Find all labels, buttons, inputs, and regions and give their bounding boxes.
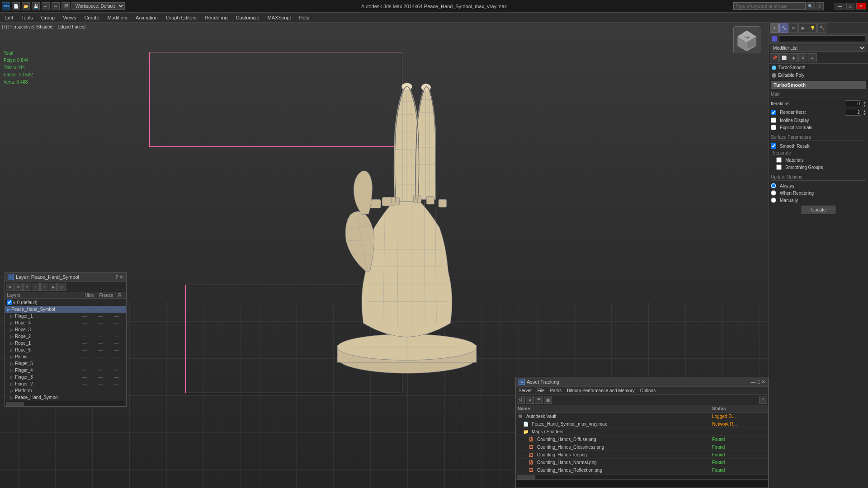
asset-thumb-icon[interactable]: ▦ — [544, 396, 552, 404]
asset-refresh-icon[interactable]: ↺ — [517, 396, 525, 404]
ts-explicit-checkbox[interactable] — [771, 125, 776, 130]
create-panel-icon[interactable]: ✦ — [770, 23, 779, 33]
layer-item-finger5[interactable]: ▷ Finger_5 — — — — [5, 360, 126, 367]
layer-item-finger4[interactable]: ▷ Finger_4 — — — — [5, 367, 126, 374]
menu-create[interactable]: Create — [80, 14, 103, 21]
layers-close-btn[interactable]: ✕ — [119, 274, 123, 280]
save-btn[interactable]: 💾 — [32, 2, 40, 10]
modifier-bulb-editable-poly[interactable] — [772, 73, 776, 78]
layers-scroll-area[interactable]: ≡ 0 (default) — — — ▶ Peace_Hand_Symbol … — [5, 299, 126, 401]
ts-when-rendering-radio[interactable] — [771, 190, 776, 196]
menu-edit[interactable]: Edit — [1, 14, 17, 21]
layers-delete-icon[interactable]: ✕ — [14, 283, 23, 291]
layer-item-rope5[interactable]: ▷ Rope_5 — — — — [5, 347, 126, 353]
ts-manually-radio[interactable] — [771, 197, 776, 203]
layers-scrollbar-thumb[interactable] — [6, 402, 24, 406]
asset-list-icon[interactable]: ≡ — [526, 396, 534, 404]
ts-materials-checkbox[interactable] — [776, 157, 782, 163]
layer-item-peace[interactable]: ▶ Peace_Hand_Symbol — — — — [5, 306, 126, 313]
minimize-btn[interactable]: — — [835, 3, 845, 9]
maximize-btn[interactable]: □ — [846, 3, 855, 9]
asset-menu-file[interactable]: File — [536, 388, 545, 394]
layers-stack-icon[interactable]: ≡ — [6, 283, 14, 291]
search-input[interactable] — [733, 2, 806, 10]
redo-btn[interactable]: ↪ — [52, 2, 60, 10]
asset-menu-server[interactable]: Server — [518, 388, 533, 394]
display-panel-icon[interactable]: 💡 — [808, 23, 817, 33]
menu-graph-editors[interactable]: Graph Editors — [162, 14, 200, 21]
asset-scrollbar-thumb[interactable] — [517, 475, 535, 479]
layer-item-palms[interactable]: ▷ Palms — — — — [5, 353, 126, 360]
ts-render-iters-checkbox[interactable] — [771, 110, 776, 115]
asset-item-reflection[interactable]: 🖼 Counting_Hands_Reflection.png Found — [516, 466, 768, 474]
ts-render-iters-input[interactable] — [845, 109, 861, 116]
object-name-input[interactable]: Palms — [779, 35, 865, 42]
menu-tools[interactable]: Tools — [18, 14, 37, 21]
configure-modifiers-icon[interactable]: ≡ — [808, 53, 817, 62]
layers-scrollbar-h[interactable] — [5, 401, 126, 406]
render-setup-btn[interactable]: 🎬 — [61, 2, 70, 10]
asset-menu-paths[interactable]: Paths — [549, 388, 563, 394]
ts-always-radio[interactable] — [771, 183, 776, 188]
asset-item-normal[interactable]: 🖼 Counting_Hands_Normal.png Found — [516, 459, 768, 466]
asset-scrollbar-h[interactable] — [516, 474, 768, 479]
make-unique-icon[interactable]: ◈ — [789, 53, 798, 62]
ts-iterations-input[interactable] — [845, 100, 861, 107]
menu-group[interactable]: Group — [38, 14, 59, 21]
layer-item-rope1[interactable]: ▷ Rope_1 — — — — [5, 340, 126, 347]
layers-move-up-icon[interactable]: ↑ — [40, 283, 48, 291]
pin-stack-icon[interactable]: 📌 — [770, 53, 779, 62]
layer-item-rope2[interactable]: ▷ Rope_2 — — — — [5, 333, 126, 340]
search-btn[interactable]: 🔍 — [807, 2, 815, 10]
undo-btn[interactable]: ↩ — [42, 2, 50, 10]
new-btn[interactable]: 📄 — [12, 2, 20, 10]
utility-panel-icon[interactable]: 🔨 — [817, 23, 826, 33]
modifier-list-dropdown[interactable]: Modifier List — [771, 45, 866, 52]
layers-highlight-icon[interactable]: ◇ — [57, 283, 66, 291]
layers-add-icon[interactable]: + — [23, 283, 31, 291]
remove-modifier-icon[interactable]: ✕ — [798, 53, 807, 62]
asset-item-max[interactable]: 📄 Peace_Hand_Symbol_max_vray.max Network… — [516, 420, 768, 428]
nav-cube[interactable]: TOP — [733, 26, 765, 58]
modifier-turbosmooth[interactable]: TurboSmooth — [769, 64, 868, 71]
ts-update-btn[interactable]: Update — [802, 206, 835, 214]
layer-item-0[interactable]: ≡ 0 (default) — — — — [5, 299, 126, 306]
menu-views[interactable]: Views — [59, 14, 80, 21]
layer-item-rope4[interactable]: ▷ Rope_4 — — — — [5, 319, 126, 326]
ts-render-iters-up[interactable]: ▲ — [863, 109, 866, 113]
asset-close-btn[interactable]: ✕ — [761, 379, 765, 385]
modify-panel-icon[interactable]: 🔧 — [779, 23, 788, 33]
layer-item-rope3[interactable]: ▷ Rope_3 — — — — [5, 326, 126, 333]
ts-render-iters-down[interactable]: ▼ — [863, 113, 866, 116]
layers-move-down-icon[interactable]: ↓ — [32, 283, 40, 291]
ts-render-iters-spinner[interactable]: ▲ ▼ — [863, 109, 866, 116]
layers-help-btn[interactable]: ? — [115, 274, 118, 280]
asset-help-icon[interactable]: ? — [759, 396, 767, 404]
open-btn[interactable]: 📂 — [22, 2, 30, 10]
motion-panel-icon[interactable]: ▶ — [798, 23, 807, 33]
help-icon[interactable]: ? — [816, 2, 824, 10]
asset-detail-icon[interactable]: ☰ — [535, 396, 543, 404]
close-btn[interactable]: ✕ — [856, 3, 866, 9]
menu-maxscript[interactable]: MAXScript — [264, 14, 295, 21]
hierarchy-panel-icon[interactable]: ⊕ — [789, 23, 798, 33]
modifier-bulb-turbosmooth[interactable] — [772, 66, 776, 70]
ts-smooth-result-checkbox[interactable] — [771, 143, 776, 149]
menu-help[interactable]: Help — [296, 14, 313, 21]
modifier-editable-poly[interactable]: Editable Poly — [769, 71, 868, 79]
ts-isoline-checkbox[interactable] — [771, 117, 776, 123]
layer-item-finger2[interactable]: ▷ Finger_2 — — — — [5, 380, 126, 387]
layer-item-finger1[interactable]: ▷ Finger_1 — — — — [5, 313, 126, 319]
menu-modifiers[interactable]: Modifiers — [104, 14, 131, 21]
menu-animation[interactable]: Animation — [132, 14, 161, 21]
layer-0-checkbox[interactable] — [7, 300, 12, 305]
layer-item-finger3[interactable]: ▷ Finger_3 — — — — [5, 374, 126, 380]
ts-iterations-down[interactable]: ▼ — [863, 104, 866, 107]
workspace-dropdown[interactable]: Workspace: Default — [71, 2, 125, 10]
object-color-swatch[interactable] — [772, 36, 777, 42]
asset-minimize-btn[interactable]: — — [750, 379, 755, 385]
menu-customize[interactable]: Customize — [232, 14, 263, 21]
asset-item-diffuse[interactable]: 🖼 Counting_Hands_Diffuse.png Found — [516, 436, 768, 443]
asset-item-ior[interactable]: 🖼 Counting_Hands_lor.png Found — [516, 451, 768, 459]
ts-smoothing-groups-checkbox[interactable] — [776, 164, 782, 170]
